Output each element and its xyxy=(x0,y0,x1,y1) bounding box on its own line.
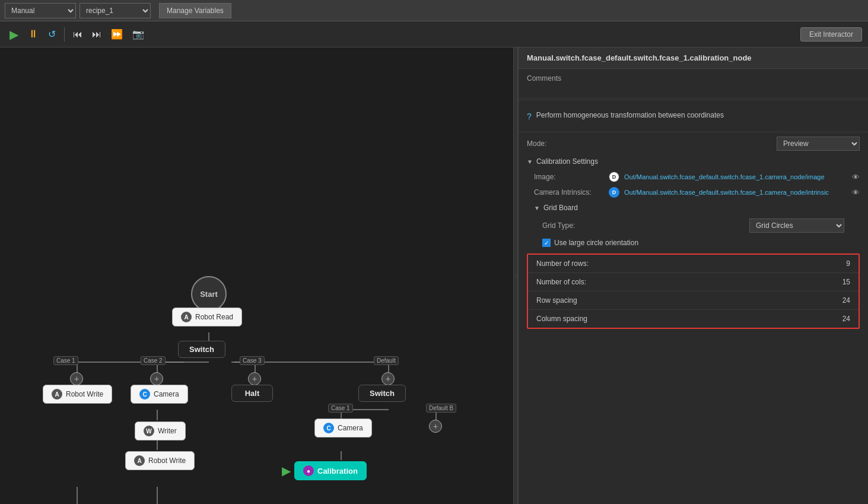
mode-select[interactable]: Manual xyxy=(5,3,76,18)
resize-dots-icon: ⋮ xyxy=(514,273,518,278)
robot-write1-node[interactable]: A Robot Write xyxy=(43,385,112,404)
camera1-icon: C xyxy=(139,389,150,400)
top-bar: Manual recipe_1 Manage Variables xyxy=(0,0,868,21)
main-layout: Start A Robot Read Switch Case 1 Case 2 … xyxy=(0,47,868,504)
perform-text: Perform homogeneous transformation betwe… xyxy=(536,111,724,119)
writer-node[interactable]: W Writer xyxy=(135,421,186,440)
case2-label: Case 2 xyxy=(141,356,166,365)
plus-defaultb[interactable]: + xyxy=(429,420,442,433)
mode-dropdown[interactable]: Preview xyxy=(777,137,860,151)
robot-read-box[interactable]: A Robot Read xyxy=(172,308,242,327)
use-large-circle-checkbox[interactable]: ✓ xyxy=(542,239,551,247)
switch1-node[interactable]: Switch xyxy=(178,341,225,358)
calibration-settings-label: Calibration Settings xyxy=(536,157,598,166)
resize-handle[interactable]: ⋮ xyxy=(513,47,518,504)
defaultb-label: Default B xyxy=(426,404,456,413)
camera2-box[interactable]: C Camera xyxy=(314,419,372,438)
step-out-button[interactable]: ⏩ xyxy=(107,26,126,42)
toolbar-divider xyxy=(64,27,65,42)
calibration-node[interactable]: ▶ ● Calibration xyxy=(282,461,367,480)
info-section: ? Perform homogeneous transformation bet… xyxy=(519,102,868,131)
grid-type-label: Grid Type: xyxy=(542,221,749,230)
mode-row: Mode: Preview xyxy=(519,134,868,154)
robot-write2-node[interactable]: A Robot Write xyxy=(125,451,195,470)
right-panel: Manual.switch.fcase_default.switch.fcase… xyxy=(518,47,868,504)
toolbar: ▶ ⏸ ↺ ⏮ ⏭ ⏩ 📷 Exit Interactor xyxy=(0,21,868,47)
robot-write1-box[interactable]: A Robot Write xyxy=(43,385,112,404)
grid-type-dropdown[interactable]: Grid Circles xyxy=(749,218,844,233)
calibration-box[interactable]: ● Calibration xyxy=(294,461,367,480)
camera2-icon: C xyxy=(323,423,334,433)
recipe-select[interactable]: recipe_1 xyxy=(80,3,151,18)
refresh-button[interactable]: ↺ xyxy=(44,26,59,42)
robot-read-icon: A xyxy=(181,312,192,322)
pause-button[interactable]: ⏸ xyxy=(24,26,42,43)
camera2-node[interactable]: C Camera xyxy=(314,419,372,438)
col-spacing-value[interactable]: 24 xyxy=(826,315,850,323)
step-over-button[interactable]: ⏭ xyxy=(88,27,105,42)
comments-label: Comments xyxy=(527,74,561,83)
plus-default[interactable]: + xyxy=(381,372,395,385)
grid-params-section: Number of rows: 9 Number of cols: 15 Row… xyxy=(527,253,860,329)
camera-intrinsics-label: Camera Intrinsics: xyxy=(534,188,605,196)
canvas-area[interactable]: Start A Robot Read Switch Case 1 Case 2 … xyxy=(0,47,513,504)
calibration-settings-header[interactable]: ▼ Calibration Settings xyxy=(519,154,868,169)
grid-type-row: Grid Type: Grid Circles xyxy=(519,215,868,236)
camera-intrinsics-icon: D xyxy=(609,187,619,198)
grid-board-triangle-icon: ▼ xyxy=(534,205,540,211)
camera-eye-icon[interactable]: 👁 xyxy=(852,188,860,197)
use-large-circle-row[interactable]: ✓ Use large circle orientation xyxy=(519,236,868,250)
comments-section: Comments xyxy=(519,69,868,99)
case1b-label: Case 1 xyxy=(328,404,353,413)
case1-label: Case 1 xyxy=(53,356,78,365)
camera1-node[interactable]: C Camera xyxy=(131,385,188,404)
writer-icon: W xyxy=(144,426,154,436)
perform-info-row: ? Perform homogeneous transformation bet… xyxy=(527,107,860,125)
row-spacing-value[interactable]: 24 xyxy=(826,296,850,305)
mode-label: Mode: xyxy=(527,140,604,148)
num-cols-value[interactable]: 15 xyxy=(826,278,850,286)
num-rows-label: Number of rows: xyxy=(536,259,826,268)
manage-variables-button[interactable]: Manage Variables xyxy=(159,3,231,18)
flow-svg xyxy=(0,47,513,504)
col-spacing-label: Column spacing xyxy=(536,315,826,323)
grid-board-header[interactable]: ▼ Grid Board xyxy=(519,200,868,215)
plus-case3[interactable]: + xyxy=(248,372,261,385)
panel-title: Manual.switch.fcase_default.switch.fcase… xyxy=(519,47,868,69)
camera-link[interactable]: Out/Manual.switch.fcase_default.switch.f… xyxy=(624,189,848,196)
play-button[interactable]: ▶ xyxy=(6,25,22,44)
start-circle: Start xyxy=(191,276,227,312)
num-rows-value[interactable]: 9 xyxy=(826,259,850,268)
num-cols-label: Number of cols: xyxy=(536,278,826,286)
image-row: Image: D Out/Manual.switch.fcase_default… xyxy=(519,169,868,185)
image-link[interactable]: Out/Manual.switch.fcase_default.switch.f… xyxy=(624,173,848,180)
play-icon: ▶ xyxy=(282,464,291,478)
mode-value-container[interactable]: Preview xyxy=(604,137,860,151)
grid-board-label: Grid Board xyxy=(543,204,578,212)
case3-label: Case 3 xyxy=(240,356,265,365)
step-into-button[interactable]: ⏮ xyxy=(69,27,86,42)
eye-icon[interactable]: 👁 xyxy=(852,173,860,182)
halt-node[interactable]: Halt xyxy=(231,385,273,402)
plus-case2[interactable]: + xyxy=(150,372,163,385)
halt-box[interactable]: Halt xyxy=(231,385,273,402)
camera1-box[interactable]: C Camera xyxy=(131,385,188,404)
switch1-box[interactable]: Switch xyxy=(178,341,225,358)
info-icon: ? xyxy=(527,112,532,121)
robot-read-node[interactable]: A Robot Read xyxy=(172,308,242,327)
robot-write2-box[interactable]: A Robot Write xyxy=(125,451,195,470)
check-icon: ✓ xyxy=(544,240,549,246)
separator1 xyxy=(519,100,868,100)
use-large-circle-label: Use large circle orientation xyxy=(554,239,638,247)
separator2 xyxy=(519,132,868,132)
screenshot-button[interactable]: 📷 xyxy=(129,26,148,42)
robot-write1-icon: A xyxy=(52,389,62,400)
robot-write2-icon: A xyxy=(134,455,145,466)
switch2-node[interactable]: Switch xyxy=(358,385,406,402)
writer-box[interactable]: W Writer xyxy=(135,421,186,440)
default-label: Default xyxy=(374,356,399,365)
plus-case1[interactable]: + xyxy=(70,372,83,385)
exit-interactor-button[interactable]: Exit Interactor xyxy=(800,27,862,42)
calibration-icon: ● xyxy=(303,465,314,476)
switch2-box[interactable]: Switch xyxy=(358,385,406,402)
